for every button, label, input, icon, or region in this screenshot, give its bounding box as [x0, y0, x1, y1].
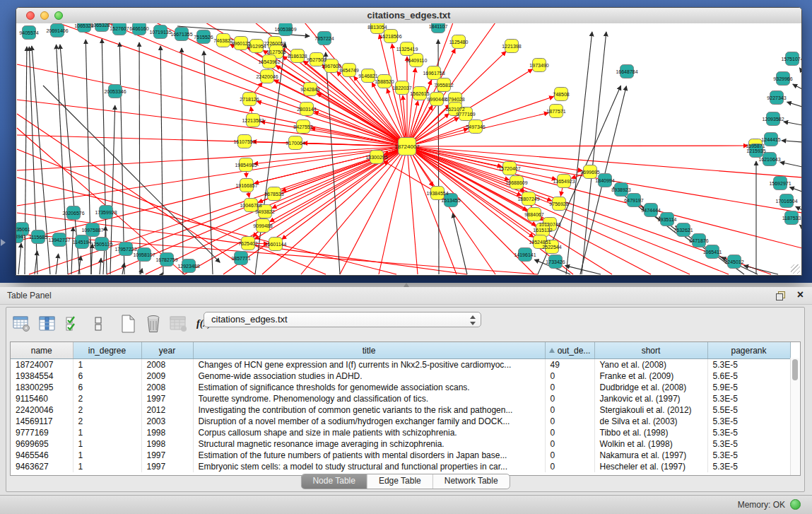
cell-title[interactable]: Structural magnetic resonance image aver…: [193, 438, 545, 450]
cell-name[interactable]: 22420046: [11, 404, 73, 416]
graph-edge[interactable]: [565, 266, 601, 274]
cell-year[interactable]: 1998: [141, 438, 193, 450]
graph-edge[interactable]: [18, 243, 21, 274]
delete-trash-button[interactable]: [143, 315, 163, 334]
graph-edge[interactable]: [789, 187, 801, 192]
table-source-select[interactable]: citations_edges.txt: [204, 312, 481, 327]
graph-edge[interactable]: [799, 68, 801, 71]
network-canvas[interactable]: 1872400722260058891295474638228960125912…: [16, 23, 801, 275]
graph-edge[interactable]: [782, 141, 801, 142]
cell-short[interactable]: Dudbridge et al. (2008): [594, 382, 707, 393]
tab-edge-table[interactable]: Edge Table: [367, 474, 433, 489]
graph-edge-selected[interactable]: [262, 146, 407, 274]
cell-title[interactable]: Estimation of significance thresholds fo…: [193, 382, 545, 393]
table-row[interactable]: 977716911998Corpus callosum shape and si…: [11, 427, 790, 438]
cell-pagerank[interactable]: 5.3E-5: [707, 416, 790, 427]
graph-edge-selected[interactable]: [17, 177, 396, 274]
cell-name[interactable]: 9699695: [11, 438, 73, 450]
cell-short[interactable]: de Silva et al. (2003): [594, 416, 707, 427]
cell-year[interactable]: 1997: [141, 461, 193, 472]
cell-pagerank[interactable]: 5.3E-5: [707, 461, 790, 472]
cell-year[interactable]: 1998: [141, 427, 193, 438]
cell-year[interactable]: 2008: [141, 382, 193, 393]
graph-edge-selected[interactable]: [17, 100, 407, 146]
cell-short[interactable]: Hescheler et al. (1997): [594, 461, 707, 472]
column-header-year[interactable]: year: [141, 342, 193, 359]
cell-out_degree[interactable]: 0: [545, 427, 594, 438]
cell-year[interactable]: 2003: [141, 416, 193, 427]
cell-name[interactable]: 9115460: [11, 393, 73, 404]
column-header-out_degree[interactable]: out_de...: [545, 342, 594, 359]
node-attribute-table[interactable]: namein_degreeyeartitleout_de...shortpage…: [11, 342, 791, 472]
selection-mode-button[interactable]: [63, 315, 82, 334]
cell-name[interactable]: 9463627: [11, 461, 73, 472]
graph-edge[interactable]: [160, 46, 163, 274]
graph-edge-selected[interactable]: [407, 146, 510, 180]
cell-pagerank[interactable]: 5.5E-5: [707, 404, 790, 416]
cell-out_degree[interactable]: 0: [545, 438, 594, 450]
column-header-pagerank[interactable]: pagerank: [707, 342, 790, 359]
cell-title[interactable]: Genome-wide association studies in ADHD.: [193, 370, 545, 382]
cell-short[interactable]: Nakamura et al. (1997): [594, 450, 707, 461]
cell-name[interactable]: 18300295: [11, 382, 73, 393]
cell-out_degree[interactable]: 0: [545, 461, 594, 472]
table-row[interactable]: 2242004622012Investigating the contribut…: [11, 404, 790, 416]
graph-edge[interactable]: [71, 227, 73, 274]
table-row[interactable]: 911546021997Tourette syndrome. Phenomeno…: [11, 393, 790, 404]
cell-year[interactable]: 1997: [141, 450, 193, 461]
graph-edge[interactable]: [566, 32, 592, 274]
cell-pagerank[interactable]: 5.3E-5: [707, 359, 790, 371]
cell-title[interactable]: Changes of HCN gene expression and I(f) …: [193, 359, 545, 371]
cell-year[interactable]: 1997: [141, 393, 193, 404]
network-window-titlebar[interactable]: citations_edges.txt: [16, 8, 801, 24]
close-panel-icon[interactable]: ×: [797, 288, 804, 301]
graph-edge[interactable]: [119, 42, 124, 274]
cell-out_degree[interactable]: 49: [545, 359, 594, 371]
cell-pagerank[interactable]: 5.3E-5: [707, 438, 790, 450]
cell-short[interactable]: Stergiakouli et al. (2012): [594, 404, 707, 416]
cell-in_degree[interactable]: 2: [73, 416, 141, 427]
float-panel-icon[interactable]: [776, 291, 785, 300]
window-resize-grip[interactable]: [791, 264, 800, 274]
graph-edge-selected[interactable]: [407, 146, 418, 274]
graph-edge-selected[interactable]: [282, 146, 407, 239]
cell-title[interactable]: Estimation of the future numbers of pati…: [193, 450, 545, 461]
column-header-in_degree[interactable]: in_degree: [73, 342, 141, 359]
cell-pagerank[interactable]: 5.9E-5: [707, 382, 790, 393]
graph-edge-selected[interactable]: [257, 101, 407, 146]
cell-in_degree[interactable]: 2: [73, 404, 141, 416]
tab-network-table[interactable]: Network Table: [433, 474, 510, 489]
cell-in_degree[interactable]: 6: [73, 382, 141, 393]
cell-short[interactable]: Franke et al. (2009): [594, 370, 707, 382]
graph-edge-selected[interactable]: [254, 146, 407, 183]
cell-year[interactable]: 2012: [141, 404, 193, 416]
cell-out_degree[interactable]: 0: [545, 393, 594, 404]
cell-pagerank[interactable]: 5.3E-5: [707, 393, 790, 404]
cell-title[interactable]: Investigating the contribution of common…: [193, 404, 545, 416]
cell-year[interactable]: 2008: [141, 359, 193, 371]
cell-title[interactable]: Disruption of a novel member of a sodium…: [193, 416, 545, 427]
cell-pagerank[interactable]: 5.3E-5: [707, 450, 790, 461]
cell-in_degree[interactable]: 2: [73, 393, 141, 404]
graph-edge-selected[interactable]: [17, 128, 184, 274]
column-header-title[interactable]: title: [193, 342, 545, 359]
table-vertical-scrollbar[interactable]: [790, 358, 799, 475]
memory-ok-led-icon[interactable]: [790, 499, 801, 510]
cell-year[interactable]: 2009: [141, 370, 193, 382]
graph-edge[interactable]: [793, 84, 801, 89]
graph-edge-selected[interactable]: [17, 146, 407, 206]
graph-edge[interactable]: [25, 47, 27, 274]
graph-edge[interactable]: [784, 122, 801, 125]
graph-edge[interactable]: [56, 254, 59, 274]
graph-edge[interactable]: [796, 206, 801, 210]
cell-out_degree[interactable]: 0: [545, 404, 594, 416]
cell-name[interactable]: 9777169: [11, 427, 73, 438]
cell-name[interactable]: 19384554: [11, 370, 73, 382]
cell-in_degree[interactable]: 1: [73, 438, 141, 450]
table-row[interactable]: 1456911722003Disruption of a novel membe…: [11, 416, 790, 427]
table-row[interactable]: 946362711997Embryonic stem cells: a mode…: [11, 461, 790, 472]
graph-edge[interactable]: [139, 42, 140, 274]
cell-in_degree[interactable]: 1: [73, 427, 141, 438]
graph-edge[interactable]: [780, 162, 801, 167]
cell-in_degree[interactable]: 1: [73, 461, 141, 472]
